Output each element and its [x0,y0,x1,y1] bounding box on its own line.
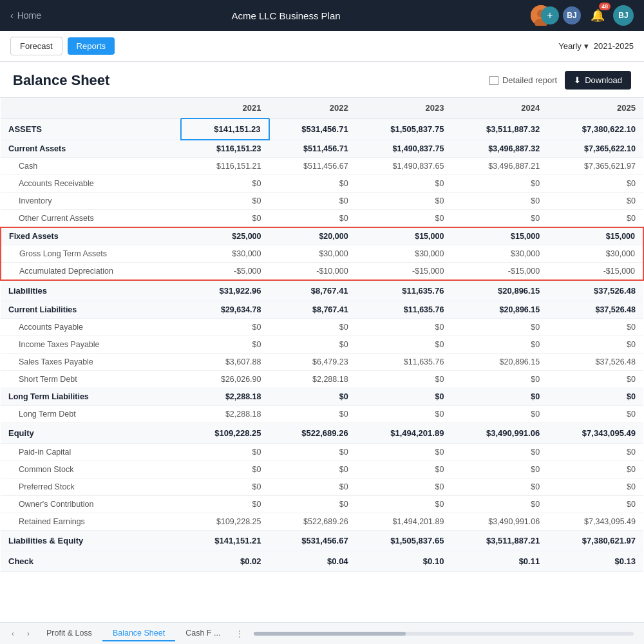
row-cell: $0 [451,496,547,513]
page-title: Balance Sheet [13,72,109,89]
row-cell: $531,456.67 [269,531,356,551]
row-cell: $109,228.25 [181,513,269,531]
row-cell: $1,505,837.65 [356,531,452,551]
row-cell: $15,000 [356,227,452,245]
row-label: Current Liabilities [1,301,181,319]
detailed-report-toggle[interactable]: Detailed report [489,75,557,85]
row-cell: $0 [451,210,547,228]
row-cell: $20,000 [269,227,356,245]
row-cell: $116,151.21 [181,158,269,175]
top-navigation: ‹ Home Acme LLC Business Plan + BJ 🔔 48 … [0,0,644,31]
row-cell: $0 [356,336,452,354]
row-cell: $11,635.76 [356,354,452,371]
table-row: Equity$109,228.25$522,689.26$1,494,201.8… [1,423,643,444]
tab-cash-flow[interactable]: Cash F ... [175,626,231,641]
row-cell: $0 [356,444,452,461]
row-cell: $2,288.18 [269,371,356,388]
row-cell: $0 [181,478,269,496]
row-cell: $7,343,095.49 [547,513,643,531]
forecast-button[interactable]: Forecast [10,37,62,55]
row-cell: $3,496,887.32 [451,140,547,158]
row-cell: $0 [269,388,356,406]
home-link[interactable]: ‹ Home [10,10,41,21]
row-cell: $37,526.48 [547,280,643,301]
user-avatar[interactable]: BJ [613,5,634,26]
app-title: Acme LLC Business Plan [41,10,531,21]
avatar-group: + BJ [531,5,582,26]
row-cell: $3,490,991.06 [451,423,547,444]
row-cell: $0 [356,175,452,193]
tab-prev-button[interactable]: ‹ [5,626,21,641]
row-cell: $20,896.15 [451,280,547,301]
detailed-report-checkbox[interactable] [489,76,498,85]
download-button[interactable]: ⬇ Download [565,71,631,90]
row-cell: $531,456.71 [269,118,356,140]
row-label: Short Term Debt [1,371,181,388]
table-row: Retained Earnings$109,228.25$522,689.26$… [1,513,643,531]
row-cell: $25,000 [181,227,269,245]
table-row: Accounts Payable$0$0$0$0$0 [1,319,643,336]
table-row: Other Current Assets$0$0$0$0$0 [1,210,643,228]
row-cell: $11,635.76 [356,301,452,319]
notification-count: 48 [599,3,611,10]
row-cell: $0 [269,496,356,513]
table-row: Owner's Contribution$0$0$0$0$0 [1,496,643,513]
row-cell: $0 [181,444,269,461]
tab-next-button[interactable]: › [21,626,36,641]
row-cell: $0 [269,210,356,228]
row-cell: $0 [181,461,269,478]
row-cell: $511,456.67 [269,158,356,175]
table-row: Preferred Stock$0$0$0$0$0 [1,478,643,496]
row-cell: $0 [356,193,452,210]
row-cell: $0 [269,336,356,354]
row-cell: $3,511,887.32 [451,118,547,140]
row-cell: $31,922.96 [181,280,269,301]
add-user-button[interactable]: + [541,6,559,24]
row-label: Long Term Debt [1,406,181,423]
row-cell: $511,456.71 [269,140,356,158]
row-cell: $7,365,621.97 [547,158,643,175]
row-label: Fixed Assets [1,227,181,245]
row-cell: $0 [451,461,547,478]
row-cell: $20,896.15 [451,301,547,319]
download-icon: ⬇ [574,75,581,85]
row-cell: $0 [181,336,269,354]
tab-profit-loss[interactable]: Profit & Loss [36,626,102,641]
row-cell: $0 [356,319,452,336]
row-cell: $0 [451,319,547,336]
row-cell: $30,000 [451,245,547,263]
footer-tabs: ‹ › Profit & Loss Balance Sheet Cash F .… [0,622,644,644]
row-label: Paid-in Capital [1,444,181,461]
row-cell: -$15,000 [356,263,452,281]
row-cell: $0 [547,496,643,513]
row-label: Accounts Payable [1,319,181,336]
period-selector[interactable]: Yearly ▾ [558,41,589,51]
tab-balance-sheet[interactable]: Balance Sheet [102,626,175,641]
row-cell: $0 [269,444,356,461]
notifications-button[interactable]: 🔔 48 [587,5,608,26]
avatar-blue-dark[interactable]: BJ [562,5,582,26]
table-row: Liabilities$31,922.96$8,767.41$11,635.76… [1,280,643,301]
row-cell: $20,896.15 [451,354,547,371]
col-header-2021: 2021 [181,98,269,118]
table-row: Current Assets$116,151.23$511,456.71$1,4… [1,140,643,158]
tab-scrollbar[interactable] [254,632,634,636]
row-cell: $37,526.48 [547,301,643,319]
row-cell: $0.02 [181,551,269,572]
row-cell: $3,511,887.21 [451,531,547,551]
reports-button[interactable]: Reports [68,37,115,55]
row-label: Accumulated Depreciation [1,263,181,281]
row-cell: $8,767.41 [269,280,356,301]
row-cell: $0 [547,193,643,210]
period-label: Yearly [558,41,582,51]
row-label: Other Current Assets [1,210,181,228]
row-cell: $7,380,622.10 [547,118,643,140]
row-cell: $0 [181,175,269,193]
row-label: Cash [1,158,181,175]
table-row: Long Term Debt$2,288.18$0$0$0$0 [1,406,643,423]
tab-more-button[interactable]: ⋮ [231,627,249,641]
row-cell: $0 [181,193,269,210]
row-cell: $0 [451,388,547,406]
row-cell: $1,490,837.75 [356,140,452,158]
row-label: Accounts Receivable [1,175,181,193]
